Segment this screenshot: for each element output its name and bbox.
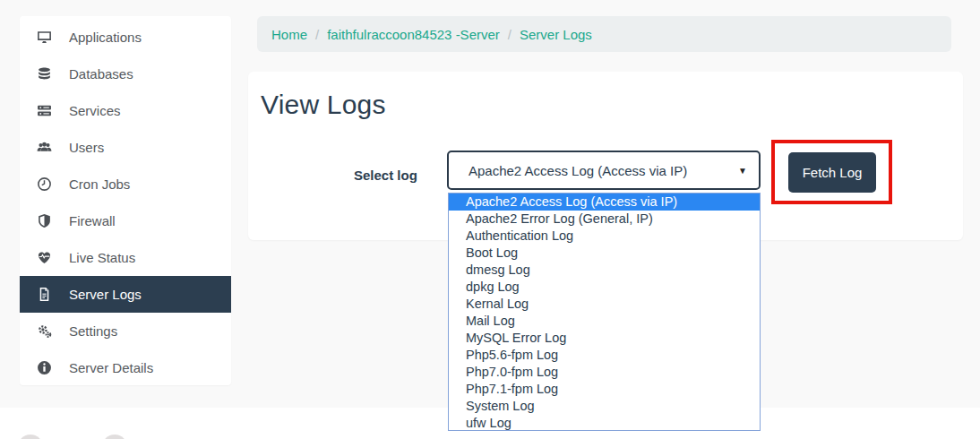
info-icon	[36, 360, 52, 376]
log-select[interactable]: Apache2 Access Log (Access via IP) ▼	[447, 151, 761, 190]
database-icon	[36, 66, 52, 82]
dropdown-option[interactable]: System Log	[449, 398, 760, 415]
sidebar-item-label: Cron Jobs	[69, 176, 130, 192]
dropdown-option[interactable]: MySQL Error Log	[449, 330, 760, 347]
dropdown-option[interactable]: Kernal Log	[449, 296, 760, 313]
sidebar-item-label: Server Logs	[69, 287, 142, 302]
dropdown-option[interactable]: Apache2 Error Log (General, IP)	[449, 211, 760, 228]
desktop-icon	[36, 30, 52, 46]
clock-icon	[36, 176, 52, 193]
dropdown-option[interactable]: Apache2 Access Log (Access via IP)	[449, 194, 760, 211]
sidebar-item-label: Firewall	[69, 213, 116, 228]
dropdown-option[interactable]: Php7.0-fpm Log	[449, 364, 760, 381]
footer-partial-icon	[102, 435, 127, 439]
select-log-label: Select log	[354, 168, 417, 183]
sidebar-item-databases[interactable]: Databases	[20, 56, 231, 92]
server-icon	[36, 103, 52, 119]
select-caret-icon: ▼	[738, 166, 747, 176]
sidebar-item-label: Live Status	[69, 250, 135, 265]
log-select-value: Apache2 Access Log (Access via IP)	[469, 163, 687, 178]
fetch-log-button[interactable]: Fetch Log	[788, 152, 876, 193]
users-icon	[36, 140, 52, 156]
server-panel-page: Applications Databases Services Users Cr	[0, 0, 980, 439]
breadcrumb-home-link[interactable]: Home	[271, 27, 307, 42]
sidebar-item-label: Users	[69, 140, 104, 155]
sidebar-item-services[interactable]: Services	[20, 92, 231, 129]
breadcrumb: Home / faithfulraccoon84523 -Server / Se…	[257, 16, 951, 52]
heartbeat-icon	[36, 250, 52, 266]
sidebar: Applications Databases Services Users Cr	[20, 16, 231, 385]
sidebar-item-live-status[interactable]: Live Status	[20, 239, 231, 276]
sidebar-item-firewall[interactable]: Firewall	[20, 202, 231, 239]
sidebar-item-cron-jobs[interactable]: Cron Jobs	[20, 166, 231, 202]
sidebar-item-label: Server Details	[69, 360, 153, 375]
sidebar-item-server-details[interactable]: Server Details	[20, 349, 231, 386]
file-icon	[36, 287, 52, 303]
breadcrumb-separator: /	[315, 27, 319, 42]
sidebar-item-server-logs[interactable]: Server Logs	[20, 276, 231, 313]
breadcrumb-server-link[interactable]: faithfulraccoon84523 -Server	[327, 27, 500, 42]
sidebar-item-label: Databases	[69, 66, 133, 82]
sidebar-item-applications[interactable]: Applications	[20, 19, 231, 56]
sidebar-item-settings[interactable]: Settings	[20, 313, 231, 349]
page-title: View Logs	[261, 90, 386, 120]
gears-icon	[36, 323, 52, 340]
breadcrumb-server-logs-link[interactable]: Server Logs	[520, 27, 592, 42]
dropdown-option[interactable]: Php7.1-fpm Log	[449, 381, 760, 398]
sidebar-item-label: Applications	[69, 30, 142, 45]
dropdown-option[interactable]: Authentication Log	[449, 228, 760, 245]
dropdown-option[interactable]: Php5.6-fpm Log	[449, 347, 760, 364]
dropdown-option[interactable]: ufw Log	[449, 415, 760, 431]
footer-partial-icon	[18, 435, 43, 439]
dropdown-option[interactable]: Mail Log	[449, 313, 760, 330]
sidebar-item-users[interactable]: Users	[20, 129, 231, 166]
breadcrumb-separator: /	[508, 27, 511, 42]
dropdown-option[interactable]: dmesg Log	[449, 262, 760, 279]
sidebar-item-label: Services	[69, 103, 121, 118]
dropdown-option[interactable]: Boot Log	[449, 245, 760, 262]
log-select-dropdown: Apache2 Access Log (Access via IP) Apach…	[448, 193, 761, 431]
sidebar-item-label: Settings	[69, 323, 117, 339]
dropdown-option[interactable]: dpkg Log	[449, 279, 760, 296]
shield-icon	[36, 213, 52, 229]
